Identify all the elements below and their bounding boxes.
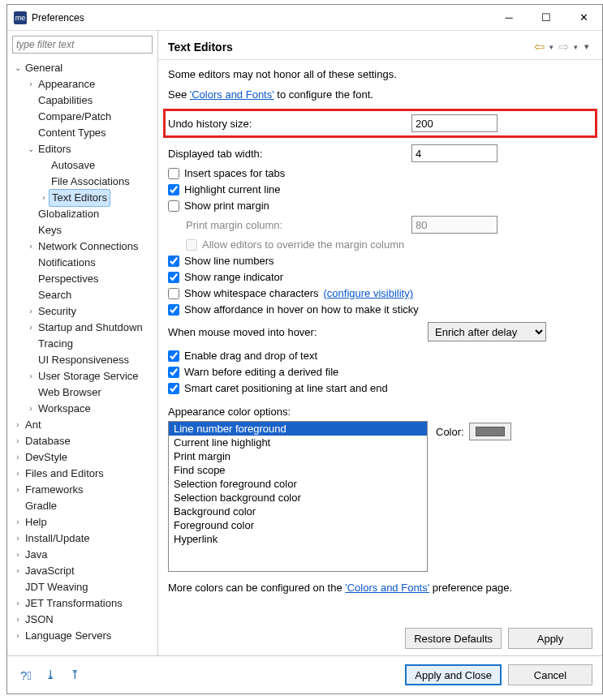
highlight-line-check[interactable] [168,184,179,195]
show-print-margin-check[interactable] [168,200,179,212]
tree-item[interactable]: ⌄Editors [11,141,157,157]
apply-close-button[interactable]: Apply and Close [405,664,502,685]
tree-item[interactable]: ›Database [11,433,157,449]
dnd-check[interactable] [168,350,179,362]
hover-select[interactable]: Enrich after delay [428,322,546,341]
tree-item[interactable]: ›JSON [11,612,157,628]
color-list-item[interactable]: Line number foreground [169,422,427,436]
chevron-down-icon[interactable]: ⌄ [25,141,37,157]
tree-item[interactable]: ›Workspace [11,401,157,417]
chevron-right-icon[interactable]: › [12,612,24,628]
tree-item[interactable]: Content Types [11,125,157,141]
tree-item[interactable]: ›Security [11,303,157,320]
colors-fonts-link-2[interactable]: 'Colors and Fonts' [345,582,429,594]
chevron-right-icon[interactable]: › [12,433,24,449]
color-list-item[interactable]: Foreground color [169,518,427,532]
chevron-right-icon[interactable]: › [12,466,24,482]
tree-item[interactable]: Autosave [11,157,157,174]
tree-item[interactable]: ›User Storage Service [11,368,157,384]
apply-button[interactable]: Apply [508,628,592,649]
tree-item[interactable]: ›Startup and Shutdown [11,320,157,336]
close-button[interactable]: ✕ [565,5,602,31]
tab-width-input[interactable] [411,144,497,162]
export-icon[interactable]: ⤒ [66,666,84,684]
tree-item[interactable]: ›Help [11,514,157,530]
tree-item[interactable]: Perspectives [11,271,157,287]
tree-item[interactable]: ›Language Servers [11,628,157,644]
color-list-item[interactable]: Find scope [169,463,427,477]
tree-item[interactable]: ›Text Editors [11,190,157,206]
chevron-right-icon[interactable]: › [12,482,24,498]
chevron-right-icon[interactable]: › [12,595,24,612]
chevron-right-icon[interactable]: › [25,401,37,417]
chevron-right-icon[interactable]: › [12,530,24,547]
affordance-check[interactable] [168,304,179,316]
tree-item[interactable]: Web Browser [11,384,157,401]
insert-spaces-check[interactable] [168,168,179,179]
maximize-button[interactable]: ☐ [528,5,565,31]
tree-item[interactable]: ›Ant [11,417,157,433]
range-indicator-check[interactable] [168,272,179,283]
chevron-right-icon[interactable]: › [25,303,37,320]
warn-derived-check[interactable] [168,367,179,378]
chevron-down-icon[interactable]: ⌄ [12,60,24,76]
view-menu-icon[interactable]: ▾ [581,41,592,52]
color-list-item[interactable]: Background color [169,505,427,518]
tree-item[interactable]: Gradle [11,498,157,514]
color-list-item[interactable]: Current line highlight [169,436,427,449]
whitespace-check[interactable] [168,288,179,299]
chevron-right-icon[interactable]: › [25,76,37,92]
nav-forward-menu[interactable]: ▾ [571,43,581,51]
nav-forward-icon[interactable]: ⇨ [557,39,571,54]
tree-item[interactable]: ›Install/Update [11,530,157,547]
filter-input[interactable] [12,36,153,54]
preferences-tree[interactable]: ⌄General›AppearanceCapabilitiesCompare/P… [7,58,157,655]
nav-back-menu[interactable]: ▾ [546,43,557,51]
tree-item[interactable]: UI Responsiveness [11,352,157,368]
tree-item[interactable]: ›JET Transformations [11,595,157,612]
chevron-right-icon[interactable]: › [25,320,37,336]
tree-item[interactable]: Keys [11,222,157,238]
chevron-right-icon[interactable]: › [12,628,24,644]
colors-fonts-link[interactable]: 'Colors and Fonts' [190,88,274,101]
tree-item[interactable]: ›Frameworks [11,482,157,498]
chevron-right-icon[interactable]: › [38,190,50,206]
nav-back-icon[interactable]: ⇦ [532,39,546,54]
tree-item[interactable]: Globalization [11,206,157,222]
chevron-right-icon[interactable]: › [25,368,37,384]
cancel-button[interactable]: Cancel [508,664,592,685]
chevron-right-icon[interactable]: › [12,449,24,466]
minimize-button[interactable]: ─ [490,5,528,31]
color-list-item[interactable]: Hyperlink [169,532,427,546]
tree-item[interactable]: Search [11,287,157,303]
chevron-right-icon[interactable]: › [25,238,37,255]
tree-item[interactable]: ›DevStyle [11,449,157,466]
color-swatch-button[interactable] [469,423,511,440]
color-list-item[interactable]: Selection background color [169,491,427,505]
color-list-item[interactable]: Print margin [169,449,427,463]
undo-input[interactable] [411,114,497,132]
help-icon[interactable]: ?⃝ [17,666,35,684]
tree-item[interactable]: JDT Weaving [11,579,157,595]
chevron-right-icon[interactable]: › [12,563,24,579]
chevron-right-icon[interactable]: › [12,547,24,563]
chevron-right-icon[interactable]: › [12,417,24,433]
smart-caret-check[interactable] [168,383,179,394]
tree-item[interactable]: Notifications [11,255,157,271]
tree-item[interactable]: File Associations [11,174,157,190]
tree-item[interactable]: ›Java [11,547,157,563]
restore-defaults-button[interactable]: Restore Defaults [405,628,502,649]
color-options-list[interactable]: Line number foregroundCurrent line highl… [168,421,428,572]
tree-item[interactable]: ›Appearance [11,76,157,92]
configure-visibility-link[interactable]: (configure visibility) [323,287,413,299]
line-numbers-check[interactable] [168,256,179,267]
tree-item[interactable]: ›Files and Editors [11,466,157,482]
color-list-item[interactable]: Selection foreground color [169,477,427,491]
tree-item[interactable]: Compare/Patch [11,109,157,125]
tree-item[interactable]: ›JavaScript [11,563,157,579]
import-icon[interactable]: ⤓ [41,666,59,684]
tree-item[interactable]: Capabilities [11,92,157,109]
chevron-right-icon[interactable]: › [12,514,24,530]
tree-item[interactable]: Tracing [11,336,157,352]
tree-item[interactable]: ›Network Connections [11,238,157,255]
